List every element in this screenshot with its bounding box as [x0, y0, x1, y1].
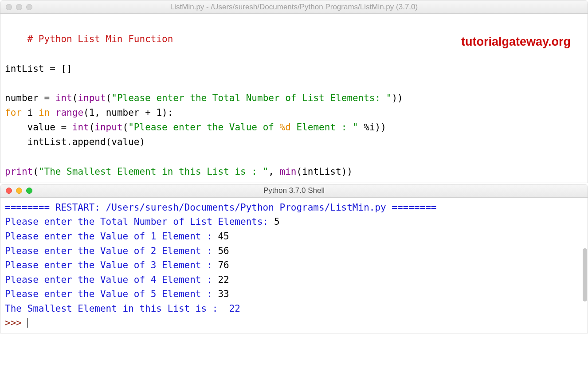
shell-window: Python 3.7.0 Shell ======== RESTART: /Us…	[0, 184, 588, 333]
shell-line: Please enter the Value of 1 Element :	[5, 231, 218, 242]
code-token: min	[280, 166, 297, 177]
code-format: %d	[280, 122, 291, 133]
shell-input-value: 33	[218, 289, 229, 299]
shell-traffic-lights	[0, 188, 32, 194]
code-indent	[5, 122, 27, 133]
code-token: value	[27, 122, 55, 133]
code-token: i	[27, 107, 39, 118]
code-token: ,	[268, 166, 279, 177]
shell-title: Python 3.7.0 Shell	[0, 186, 588, 195]
minimize-icon[interactable]	[16, 4, 22, 10]
code-token: , number +	[94, 107, 156, 118]
code-string: "Please enter the Value of	[128, 122, 279, 133]
editor-titlebar[interactable]: ListMin.py - /Users/suresh/Documents/Pyt…	[0, 0, 588, 14]
shell-line: Please enter the Value of 2 Element :	[5, 246, 218, 256]
maximize-icon[interactable]	[26, 188, 32, 194]
close-icon[interactable]	[6, 188, 12, 194]
code-token: ))	[392, 93, 403, 103]
code-token: intList.append(value)	[27, 137, 145, 147]
code-indent	[5, 137, 27, 147]
shell-line: Please enter the Value of 5 Element :	[5, 289, 218, 299]
cursor-icon	[27, 318, 28, 328]
code-token: intList	[5, 63, 44, 74]
code-token: (	[33, 166, 39, 177]
code-keyword: in	[39, 107, 55, 118]
code-token: range	[55, 107, 83, 118]
editor-window: ListMin.py - /Users/suresh/Documents/Pyt…	[0, 0, 588, 183]
shell-line: Please enter the Value of 4 Element :	[5, 274, 218, 285]
close-icon[interactable]	[6, 4, 12, 10]
code-token: =	[39, 93, 55, 103]
code-token: (	[123, 122, 129, 133]
code-token: ):	[162, 107, 173, 118]
code-editor[interactable]: tutorialgateway.org# Python List Min Fun…	[0, 14, 588, 183]
shell-titlebar[interactable]: Python 3.7.0 Shell	[0, 184, 588, 198]
code-token: (	[89, 122, 95, 133]
code-token: int	[72, 122, 89, 133]
code-token: int	[55, 93, 72, 103]
code-comment: # Python List Min Function	[27, 34, 173, 44]
code-string: "The Smallest Element in this List is : …	[39, 166, 268, 177]
scrollbar[interactable]	[583, 248, 587, 301]
code-keyword: for	[5, 107, 27, 118]
code-token: 1	[89, 107, 95, 118]
shell-input-value: 56	[218, 246, 229, 256]
code-token: (	[83, 107, 89, 118]
editor-traffic-lights	[0, 4, 32, 10]
shell-output[interactable]: ======== RESTART: /Users/suresh/Document…	[0, 198, 588, 333]
code-token: input	[94, 122, 122, 133]
code-string: "Please enter the Total Number of List E…	[111, 93, 392, 103]
watermark-label: tutorialgateway.org	[461, 32, 571, 51]
code-token: (	[106, 93, 112, 103]
maximize-icon[interactable]	[26, 4, 32, 10]
shell-input-value: 76	[218, 260, 229, 270]
editor-title: ListMin.py - /Users/suresh/Documents/Pyt…	[0, 3, 588, 12]
code-string: Element : "	[291, 122, 358, 133]
restart-line: ======== RESTART: /Users/suresh/Document…	[5, 202, 437, 213]
code-token: input	[78, 93, 106, 103]
code-token: (	[72, 93, 78, 103]
minimize-icon[interactable]	[16, 188, 22, 194]
code-token: 1	[156, 107, 162, 118]
code-token: (intList))	[296, 166, 352, 177]
shell-input-value: 22	[218, 274, 229, 285]
code-token: =	[55, 122, 72, 133]
shell-prompt: >>>	[5, 317, 27, 328]
shell-result: The Smallest Element in this List is : 2…	[5, 303, 240, 314]
code-token: %i))	[358, 122, 386, 133]
shell-line: Please enter the Total Number of List El…	[5, 216, 274, 227]
shell-line: Please enter the Value of 3 Element :	[5, 260, 218, 270]
code-token: print	[5, 166, 33, 177]
shell-input-value: 45	[218, 231, 229, 242]
shell-input-value: 5	[274, 216, 280, 227]
code-token: number	[5, 93, 39, 103]
code-token: = []	[44, 63, 72, 74]
